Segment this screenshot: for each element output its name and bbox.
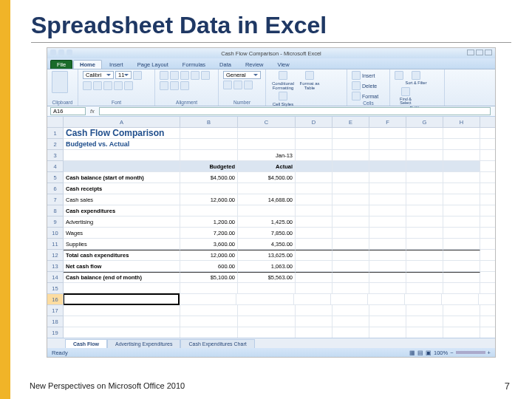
cell[interactable]: [332, 283, 369, 293]
cell[interactable]: 1,063.00: [238, 261, 296, 271]
tab-view[interactable]: View: [271, 60, 296, 69]
cell[interactable]: Budgeted vs. Actual: [64, 139, 180, 149]
cell[interactable]: [180, 316, 238, 327]
font-color-icon[interactable]: [124, 81, 133, 90]
conditional-formatting-button[interactable]: Conditional Formatting: [270, 71, 296, 90]
sort-filter-button[interactable]: Sort & Filter: [405, 71, 427, 86]
cell[interactable]: [296, 250, 332, 260]
cell[interactable]: 1,200.00: [180, 216, 238, 227]
cell[interactable]: [296, 128, 332, 138]
save-icon[interactable]: [50, 50, 56, 55]
active-cell[interactable]: [64, 293, 180, 305]
cell[interactable]: [238, 139, 296, 149]
select-all-corner[interactable]: [47, 117, 63, 128]
close-icon[interactable]: [485, 50, 492, 55]
cell[interactable]: [443, 139, 480, 149]
align-middle-icon[interactable]: [170, 71, 179, 80]
row-header[interactable]: 12: [47, 250, 63, 261]
cell[interactable]: Budgeted: [180, 161, 238, 171]
sheet-tab[interactable]: Cash Expenditures Chart: [180, 339, 254, 348]
comma-icon[interactable]: [244, 81, 253, 89]
cell[interactable]: [443, 239, 480, 249]
align-bottom-icon[interactable]: [180, 71, 189, 80]
bold-icon[interactable]: [133, 71, 142, 80]
cell[interactable]: [332, 161, 369, 171]
cell[interactable]: [332, 228, 369, 238]
cell[interactable]: [332, 139, 369, 149]
cell[interactable]: [443, 305, 480, 316]
cell[interactable]: $5,563.00: [238, 272, 296, 282]
cell[interactable]: $4,500.00: [180, 172, 238, 183]
view-normal-icon[interactable]: ▦: [409, 349, 415, 356]
cell[interactable]: [369, 327, 406, 338]
cell[interactable]: Net cash flow: [64, 261, 180, 271]
cell[interactable]: [331, 294, 368, 304]
cell[interactable]: [406, 228, 443, 238]
cell[interactable]: [369, 272, 406, 282]
cell[interactable]: [442, 294, 479, 304]
font-name-combo[interactable]: Calibri: [83, 71, 114, 79]
cell[interactable]: [64, 161, 180, 171]
cell[interactable]: [332, 150, 369, 160]
cell[interactable]: [180, 150, 238, 160]
merge-icon[interactable]: [180, 81, 189, 90]
tab-insert[interactable]: Insert: [103, 60, 130, 69]
col-header[interactable]: H: [443, 117, 480, 127]
cell[interactable]: [406, 194, 443, 205]
col-header[interactable]: C: [238, 117, 296, 127]
cell[interactable]: 4,350.00: [238, 239, 296, 249]
paste-icon[interactable]: [52, 71, 68, 93]
cell[interactable]: 600.00: [180, 261, 238, 271]
cell[interactable]: [369, 172, 406, 183]
view-break-icon[interactable]: ▣: [426, 349, 432, 356]
cell[interactable]: [369, 283, 406, 293]
tab-data[interactable]: Data: [213, 60, 238, 69]
cell[interactable]: [296, 261, 332, 271]
cell[interactable]: [406, 183, 443, 194]
cell[interactable]: $5,100.00: [180, 272, 238, 282]
cell[interactable]: 12,000.00: [180, 250, 238, 260]
row-header[interactable]: 15: [47, 283, 63, 294]
wrap-text-icon[interactable]: [191, 71, 200, 80]
row-header[interactable]: 13: [47, 261, 63, 272]
cell[interactable]: [332, 261, 369, 271]
fx-icon[interactable]: fx: [90, 108, 95, 115]
sheet-tab[interactable]: Advertising Expenditures: [107, 339, 180, 348]
cell[interactable]: [369, 228, 406, 238]
cell[interactable]: Cash sales: [64, 194, 180, 205]
cell[interactable]: [296, 161, 332, 171]
cell[interactable]: [296, 205, 332, 216]
row-header[interactable]: 4: [47, 161, 63, 172]
cell[interactable]: [369, 239, 406, 249]
font-size-combo[interactable]: 11: [115, 71, 132, 79]
cell[interactable]: [296, 272, 332, 282]
row-header[interactable]: 2: [47, 139, 63, 150]
row-header[interactable]: 3: [47, 150, 63, 161]
row-header[interactable]: 17: [47, 305, 63, 316]
cell[interactable]: [180, 327, 238, 338]
cell[interactable]: [64, 316, 180, 327]
percent-icon[interactable]: [233, 81, 242, 89]
format-as-table-button[interactable]: Format as Table: [297, 71, 322, 90]
cell[interactable]: [332, 327, 369, 338]
cell[interactable]: [443, 283, 480, 293]
cell[interactable]: [238, 283, 296, 293]
sheet-tab[interactable]: Cash Flow: [65, 339, 107, 348]
currency-icon[interactable]: [223, 81, 232, 89]
cell[interactable]: [443, 161, 480, 171]
cell[interactable]: [296, 216, 332, 227]
cell[interactable]: [369, 183, 406, 194]
cell[interactable]: [180, 305, 238, 316]
number-format-combo[interactable]: General: [223, 71, 261, 79]
cell[interactable]: [180, 139, 238, 149]
cell[interactable]: [64, 327, 180, 338]
row-header[interactable]: 5: [47, 172, 63, 183]
cell[interactable]: [406, 316, 443, 327]
align-left-icon[interactable]: [201, 71, 210, 80]
cell[interactable]: [443, 194, 480, 205]
autosum-icon[interactable]: [395, 71, 403, 80]
cell[interactable]: [332, 250, 369, 260]
cell[interactable]: 12,600.00: [180, 194, 238, 205]
italic-icon[interactable]: [83, 81, 92, 90]
cell[interactable]: [369, 194, 406, 205]
